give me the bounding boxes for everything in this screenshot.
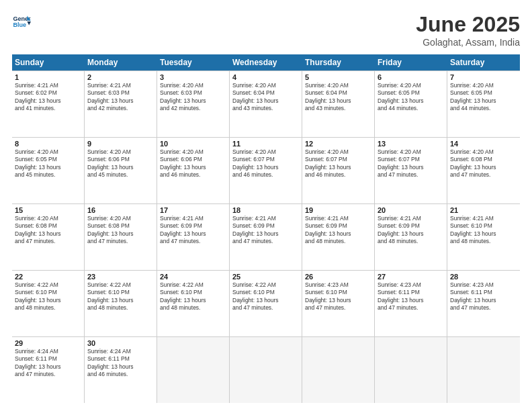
day-number: 19	[305, 206, 371, 214]
page: General Blue June 2025 Golaghat, Assam, …	[0, 0, 532, 411]
svg-text:Blue: Blue	[13, 21, 26, 28]
logo: General Blue	[12, 12, 31, 31]
day-number: 21	[450, 206, 517, 214]
calendar-day: 6Sunrise: 4:20 AM Sunset: 6:05 PM Daylig…	[375, 71, 447, 137]
calendar-day: 14Sunrise: 4:20 AM Sunset: 6:08 PM Dayli…	[447, 138, 520, 203]
day-info: Sunrise: 4:22 AM Sunset: 6:10 PM Dayligh…	[87, 281, 154, 312]
day-info: Sunrise: 4:20 AM Sunset: 6:04 PM Dayligh…	[232, 82, 299, 113]
calendar-empty	[447, 337, 520, 403]
day-info: Sunrise: 4:20 AM Sunset: 6:07 PM Dayligh…	[232, 148, 299, 179]
calendar-day: 22Sunrise: 4:22 AM Sunset: 6:10 PM Dayli…	[12, 271, 85, 336]
day-info: Sunrise: 4:21 AM Sunset: 6:09 PM Dayligh…	[305, 215, 371, 246]
svg-marker-3	[27, 21, 31, 26]
calendar-day: 19Sunrise: 4:21 AM Sunset: 6:09 PM Dayli…	[302, 204, 375, 270]
calendar-day: 8Sunrise: 4:20 AM Sunset: 6:05 PM Daylig…	[12, 138, 85, 203]
day-info: Sunrise: 4:22 AM Sunset: 6:10 PM Dayligh…	[160, 281, 226, 312]
weekday-header: Wednesday	[230, 54, 302, 71]
day-info: Sunrise: 4:23 AM Sunset: 6:11 PM Dayligh…	[378, 281, 444, 312]
day-info: Sunrise: 4:21 AM Sunset: 6:03 PM Dayligh…	[87, 82, 154, 113]
day-number: 18	[232, 206, 299, 214]
month-title: June 2025	[416, 12, 520, 37]
day-number: 30	[87, 339, 154, 347]
day-info: Sunrise: 4:24 AM Sunset: 6:11 PM Dayligh…	[15, 348, 81, 379]
day-number: 24	[160, 273, 226, 281]
calendar-row: 1Sunrise: 4:21 AM Sunset: 6:02 PM Daylig…	[12, 71, 520, 137]
calendar-day: 26Sunrise: 4:23 AM Sunset: 6:10 PM Dayli…	[302, 271, 375, 336]
day-number: 17	[160, 206, 226, 214]
day-info: Sunrise: 4:20 AM Sunset: 6:08 PM Dayligh…	[87, 215, 154, 246]
calendar-row: 22Sunrise: 4:22 AM Sunset: 6:10 PM Dayli…	[12, 270, 520, 336]
calendar-day: 29Sunrise: 4:24 AM Sunset: 6:11 PM Dayli…	[12, 337, 85, 403]
day-info: Sunrise: 4:23 AM Sunset: 6:10 PM Dayligh…	[305, 281, 371, 312]
calendar-body: 1Sunrise: 4:21 AM Sunset: 6:02 PM Daylig…	[12, 71, 520, 403]
calendar-header: SundayMondayTuesdayWednesdayThursdayFrid…	[12, 54, 520, 71]
day-number: 5	[305, 73, 371, 81]
calendar-row: 29Sunrise: 4:24 AM Sunset: 6:11 PM Dayli…	[12, 336, 520, 403]
calendar-day: 20Sunrise: 4:21 AM Sunset: 6:09 PM Dayli…	[375, 204, 447, 270]
day-info: Sunrise: 4:21 AM Sunset: 6:02 PM Dayligh…	[15, 82, 81, 113]
day-number: 14	[450, 140, 517, 148]
weekday-header: Saturday	[447, 54, 520, 71]
day-info: Sunrise: 4:20 AM Sunset: 6:07 PM Dayligh…	[305, 148, 371, 179]
day-info: Sunrise: 4:20 AM Sunset: 6:03 PM Dayligh…	[160, 82, 226, 113]
day-number: 16	[87, 206, 154, 214]
day-number: 23	[87, 273, 154, 281]
calendar-day: 1Sunrise: 4:21 AM Sunset: 6:02 PM Daylig…	[12, 71, 85, 137]
day-number: 28	[450, 273, 517, 281]
title-block: June 2025 Golaghat, Assam, India	[416, 12, 520, 48]
weekday-header: Friday	[375, 54, 447, 71]
day-info: Sunrise: 4:24 AM Sunset: 6:11 PM Dayligh…	[87, 348, 154, 379]
calendar-day: 23Sunrise: 4:22 AM Sunset: 6:10 PM Dayli…	[85, 271, 157, 336]
calendar-day: 5Sunrise: 4:20 AM Sunset: 6:04 PM Daylig…	[302, 71, 375, 137]
weekday-header: Monday	[85, 54, 157, 71]
calendar-day: 12Sunrise: 4:20 AM Sunset: 6:07 PM Dayli…	[302, 138, 375, 203]
weekday-header: Sunday	[12, 54, 85, 71]
day-number: 13	[378, 140, 444, 148]
day-info: Sunrise: 4:21 AM Sunset: 6:09 PM Dayligh…	[232, 215, 299, 246]
calendar-day: 21Sunrise: 4:21 AM Sunset: 6:10 PM Dayli…	[447, 204, 520, 270]
calendar-day: 4Sunrise: 4:20 AM Sunset: 6:04 PM Daylig…	[230, 71, 302, 137]
header: General Blue June 2025 Golaghat, Assam, …	[12, 12, 520, 48]
calendar-empty	[375, 337, 447, 403]
calendar-empty	[230, 337, 302, 403]
calendar-day: 11Sunrise: 4:20 AM Sunset: 6:07 PM Dayli…	[230, 138, 302, 203]
day-number: 25	[232, 273, 299, 281]
day-info: Sunrise: 4:21 AM Sunset: 6:09 PM Dayligh…	[160, 215, 226, 246]
calendar-day: 9Sunrise: 4:20 AM Sunset: 6:06 PM Daylig…	[85, 138, 157, 203]
calendar-row: 8Sunrise: 4:20 AM Sunset: 6:05 PM Daylig…	[12, 137, 520, 203]
calendar: SundayMondayTuesdayWednesdayThursdayFrid…	[12, 54, 520, 403]
day-number: 8	[15, 140, 81, 148]
calendar-empty	[157, 337, 230, 403]
day-info: Sunrise: 4:23 AM Sunset: 6:11 PM Dayligh…	[450, 281, 517, 312]
calendar-day: 25Sunrise: 4:22 AM Sunset: 6:10 PM Dayli…	[230, 271, 302, 336]
calendar-row: 15Sunrise: 4:20 AM Sunset: 6:08 PM Dayli…	[12, 203, 520, 270]
calendar-day: 10Sunrise: 4:20 AM Sunset: 6:06 PM Dayli…	[157, 138, 230, 203]
day-number: 1	[15, 73, 81, 81]
day-number: 15	[15, 206, 81, 214]
day-info: Sunrise: 4:20 AM Sunset: 6:04 PM Dayligh…	[305, 82, 371, 113]
calendar-day: 15Sunrise: 4:20 AM Sunset: 6:08 PM Dayli…	[12, 204, 85, 270]
weekday-header: Tuesday	[157, 54, 230, 71]
day-info: Sunrise: 4:20 AM Sunset: 6:07 PM Dayligh…	[378, 148, 444, 179]
day-info: Sunrise: 4:20 AM Sunset: 6:05 PM Dayligh…	[15, 148, 81, 179]
day-number: 11	[232, 140, 299, 148]
calendar-day: 16Sunrise: 4:20 AM Sunset: 6:08 PM Dayli…	[85, 204, 157, 270]
day-info: Sunrise: 4:22 AM Sunset: 6:10 PM Dayligh…	[15, 281, 81, 312]
day-info: Sunrise: 4:21 AM Sunset: 6:09 PM Dayligh…	[378, 215, 444, 246]
location: Golaghat, Assam, India	[416, 37, 520, 48]
day-info: Sunrise: 4:20 AM Sunset: 6:05 PM Dayligh…	[450, 82, 517, 113]
day-info: Sunrise: 4:20 AM Sunset: 6:06 PM Dayligh…	[160, 148, 226, 179]
logo-icon: General Blue	[12, 12, 31, 31]
day-info: Sunrise: 4:21 AM Sunset: 6:10 PM Dayligh…	[450, 215, 517, 246]
calendar-day: 18Sunrise: 4:21 AM Sunset: 6:09 PM Dayli…	[230, 204, 302, 270]
calendar-day: 2Sunrise: 4:21 AM Sunset: 6:03 PM Daylig…	[85, 71, 157, 137]
day-number: 7	[450, 73, 517, 81]
day-number: 10	[160, 140, 226, 148]
day-number: 29	[15, 339, 81, 347]
calendar-day: 7Sunrise: 4:20 AM Sunset: 6:05 PM Daylig…	[447, 71, 520, 137]
calendar-day: 30Sunrise: 4:24 AM Sunset: 6:11 PM Dayli…	[85, 337, 157, 403]
day-number: 9	[87, 140, 154, 148]
calendar-day: 28Sunrise: 4:23 AM Sunset: 6:11 PM Dayli…	[447, 271, 520, 336]
day-number: 22	[15, 273, 81, 281]
day-number: 6	[378, 73, 444, 81]
